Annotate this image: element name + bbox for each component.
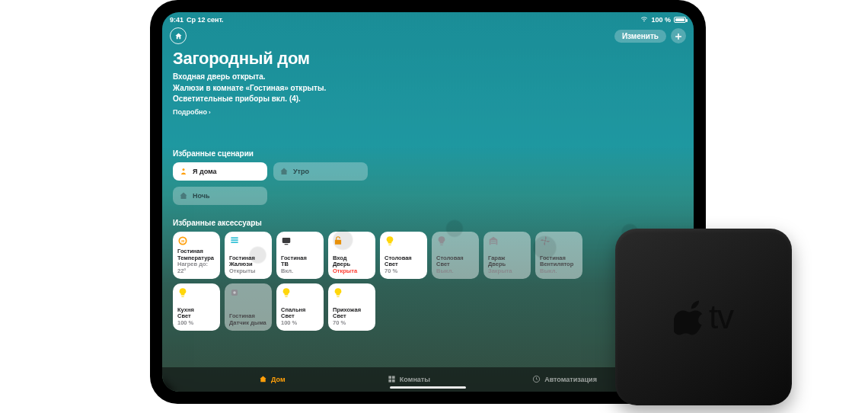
svg-rect-11	[491, 242, 496, 243]
bulb-icon	[436, 235, 474, 248]
status-line: Жалюзи в комнате «Гостиная» открыты.	[173, 83, 683, 94]
bulb-icon	[333, 287, 371, 299]
accessory-state: Вкл.	[281, 268, 319, 275]
scenes-section-label: Избранные сценарии	[173, 149, 683, 158]
battery-icon	[674, 17, 686, 23]
scene-label: Ночь	[193, 192, 210, 200]
house-icon	[279, 167, 289, 176]
wifi-icon	[640, 15, 648, 24]
accessory-labels: СтоловаяСвет70 %	[385, 255, 423, 275]
blinds-icon	[229, 235, 267, 248]
accessory-state: 100 %	[177, 320, 215, 327]
accessory-tile[interactable]: ГостинаяВентиляторВыкл.	[535, 232, 582, 279]
home-status-lines: Входная дверь открыта. Жалюзи в комнате …	[173, 72, 683, 105]
svg-rect-5	[231, 242, 238, 243]
house-icon	[179, 191, 188, 200]
sensor-icon	[229, 287, 267, 299]
status-line: Осветительные приборы вкл. (4).	[173, 94, 683, 105]
accessory-state: Нагрев до: 22°	[177, 261, 215, 274]
accessory-labels: КухняСвет100 %	[177, 307, 215, 327]
accessory-tile[interactable]: ПрихожаяСвет70 %	[328, 283, 375, 331]
tab-house[interactable]: Дом	[259, 375, 286, 385]
accessory-tile[interactable]: ВходДверьОткрыта	[328, 232, 375, 279]
accessory-labels: ГаражДверьЗакрыта	[488, 255, 526, 275]
chevron-right-icon: ›	[209, 109, 211, 116]
accessory-labels: ГостинаяТВВкл.	[281, 255, 319, 275]
house-icon	[259, 375, 267, 385]
accessory-tile[interactable]: СпальняСвет100 %	[276, 283, 324, 331]
svg-point-12	[544, 239, 546, 241]
accessory-tile[interactable]: ГостинаяЖалюзиОткрыты	[225, 232, 272, 279]
tv-icon	[281, 235, 319, 248]
person-icon	[179, 167, 188, 176]
battery-pct: 100 %	[651, 16, 671, 24]
accessory-labels: ГостинаяВентиляторВыкл.	[540, 255, 578, 275]
edit-button[interactable]: Изменить	[614, 30, 666, 43]
accessories-grid: 20ГостинаяТемператураНагрев до: 22°Гости…	[173, 232, 683, 331]
accessory-state: 70 %	[385, 268, 423, 275]
svg-rect-16	[285, 296, 288, 296]
tab-label: Дом	[271, 376, 286, 383]
tab-label: Автоматизация	[544, 376, 597, 383]
accessories-section-label: Избранные аксессуары	[173, 219, 683, 227]
status-date: Ср 12 сент.	[187, 16, 224, 24]
accessory-labels: СтоловаяСветВыкл.	[436, 255, 474, 275]
svg-rect-19	[392, 376, 395, 379]
scenes-row: Я домаУтроНочь	[173, 162, 371, 205]
svg-rect-10	[491, 241, 496, 242]
accessory-tile[interactable]: ГостинаяДатчик дыма	[225, 283, 272, 331]
bulb-icon	[177, 287, 215, 299]
accessory-state: Выкл.	[540, 268, 578, 275]
apple-tv-logo: tv	[674, 298, 733, 336]
status-bar: 9:41 Ср 12 сент. 100 %	[162, 12, 694, 24]
svg-point-15	[233, 291, 236, 294]
home-header: Загородный дом Входная дверь открыта. Жа…	[162, 44, 694, 331]
svg-rect-17	[337, 296, 340, 296]
scene-label: Я дома	[193, 168, 217, 175]
add-button[interactable]: ＋	[671, 28, 686, 43]
apple-tv-text: tv	[709, 298, 733, 336]
svg-point-0	[183, 168, 185, 171]
accessory-tile[interactable]: КухняСвет100 %	[173, 283, 220, 331]
accessory-state: Открыты	[229, 268, 267, 275]
accessory-state: Закрыта	[488, 268, 526, 275]
tab-grid[interactable]: Комнаты	[388, 375, 430, 385]
accessory-state: Выкл.	[436, 268, 474, 275]
garage-icon	[488, 235, 526, 248]
tab-clock[interactable]: Автоматизация	[532, 375, 597, 385]
fan-icon	[540, 235, 578, 248]
details-link[interactable]: Подробно›	[173, 108, 683, 116]
svg-rect-3	[231, 237, 238, 239]
svg-rect-8	[388, 244, 391, 245]
accessory-tile[interactable]: СтоловаяСвет70 %	[380, 232, 427, 279]
bulb-icon	[385, 235, 423, 248]
top-nav: Изменить ＋	[162, 24, 694, 44]
accessory-labels: ПрихожаяСвет70 %	[333, 307, 371, 327]
svg-rect-21	[392, 379, 395, 382]
apple-tv-device: tv	[615, 229, 792, 405]
home-icon-button[interactable]	[170, 27, 187, 44]
home-app-screen: 9:41 Ср 12 сент. 100 % Изменить ＋	[162, 12, 694, 392]
accessory-tile[interactable]: ГаражДверьЗакрыта	[483, 232, 531, 279]
scene-tile[interactable]: Утро	[273, 162, 368, 181]
status-time: 9:41	[170, 16, 183, 24]
svg-text:20: 20	[181, 239, 185, 242]
accessory-tile[interactable]: 20ГостинаяТемператураНагрев до: 22°	[173, 232, 220, 279]
scene-label: Утро	[293, 168, 309, 175]
svg-rect-7	[285, 244, 289, 245]
svg-rect-4	[231, 239, 238, 241]
accessory-labels: ВходДверьОткрыта	[333, 255, 371, 275]
tab-label: Комнаты	[400, 376, 430, 383]
accessory-labels: СпальняСвет100 %	[281, 307, 319, 327]
home-title: Загородный дом	[173, 49, 683, 69]
accessory-tile[interactable]: ГостинаяТВВкл.	[276, 232, 324, 279]
svg-rect-9	[440, 244, 443, 245]
svg-rect-6	[282, 237, 291, 242]
accessory-state: 100 %	[281, 320, 319, 327]
scene-tile[interactable]: Ночь	[173, 187, 267, 205]
scene-tile[interactable]: Я дома	[173, 162, 267, 181]
lock-icon	[333, 235, 371, 248]
accessory-labels: ГостинаяТемператураНагрев до: 22°	[177, 248, 215, 275]
accessory-labels: ГостинаяДатчик дыма	[229, 313, 267, 326]
accessory-tile[interactable]: СтоловаяСветВыкл.	[432, 232, 479, 279]
